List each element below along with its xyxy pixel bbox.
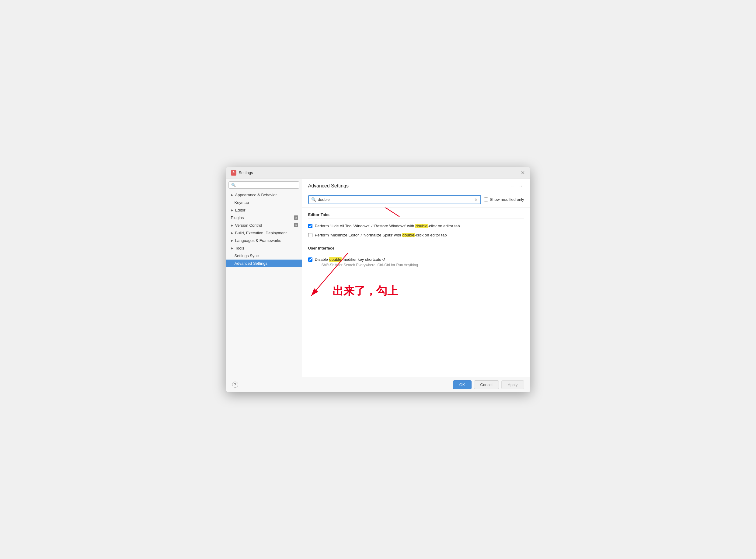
chevron-right-icon: ▶	[231, 239, 233, 242]
sidebar-item-advanced-settings[interactable]: Advanced Settings	[226, 260, 302, 267]
sidebar-label: Tools	[235, 246, 244, 250]
maximize-editor-label: Perform 'Maximize Editor' / 'Normalize S…	[315, 232, 447, 238]
sidebar-label: Keymap	[234, 200, 249, 205]
sidebar-item-appearance-behavior[interactable]: ▶ Appearance & Behavior	[226, 191, 302, 199]
annotation-text-2: 出来了，勾上	[333, 284, 398, 298]
app-icon: P	[231, 170, 236, 176]
sidebar: ▶ Appearance & Behavior Keymap ▶ Editor …	[226, 179, 302, 377]
setting-item-hide-tool-windows: Perform 'Hide All Tool Windows' / 'Resto…	[308, 222, 524, 231]
dialog-body: ▶ Appearance & Behavior Keymap ▶ Editor …	[226, 179, 530, 377]
sidebar-label: Appearance & Behavior	[235, 193, 277, 197]
search-icon: 🔍	[311, 197, 316, 202]
dialog-footer: ? OK Cancel Apply	[226, 377, 530, 392]
close-button[interactable]: ✕	[521, 171, 525, 175]
sidebar-item-tools[interactable]: ▶ Tools	[226, 244, 302, 252]
highlight-double-2: double	[402, 233, 415, 237]
content-header: Advanced Settings ← →	[302, 179, 530, 192]
nav-arrows: ← →	[509, 183, 524, 189]
back-button[interactable]: ←	[509, 183, 516, 189]
sidebar-label: Plugins	[231, 216, 244, 220]
show-modified-checkbox[interactable]	[484, 198, 488, 201]
settings-search-input[interactable]	[318, 197, 473, 202]
window-title: Settings	[239, 171, 253, 175]
disable-double-modifier-description: Shift-Shift for Search Everywhere, Ctrl-…	[322, 263, 418, 267]
content-title: Advanced Settings	[308, 183, 507, 189]
sidebar-item-build-execution[interactable]: ▶ Build, Execution, Deployment	[226, 229, 302, 237]
main-content: Advanced Settings ← → 🔍 ✕ Show modified …	[302, 179, 530, 377]
disable-double-modifier-checkbox[interactable]	[308, 258, 313, 262]
forward-button[interactable]: →	[518, 183, 524, 189]
sidebar-label: Languages & Frameworks	[235, 238, 281, 243]
sidebar-search-container	[228, 181, 299, 189]
plugin-icon: ⊞	[294, 223, 298, 227]
apply-button[interactable]: Apply	[501, 380, 524, 389]
chevron-right-icon: ▶	[231, 224, 233, 227]
sidebar-item-plugins[interactable]: Plugins ⊞	[226, 214, 302, 222]
cancel-button[interactable]: Cancel	[474, 380, 499, 389]
sidebar-item-editor[interactable]: ▶ Editor	[226, 206, 302, 214]
chevron-right-icon: ▶	[231, 193, 233, 197]
hide-tool-windows-checkbox[interactable]	[308, 224, 313, 228]
highlight-double-3: double	[329, 257, 341, 262]
sidebar-label: Advanced Settings	[234, 261, 268, 266]
settings-dialog: P Settings ✕ ▶ Appearance & Behavior Key…	[226, 167, 530, 392]
maximize-editor-checkbox[interactable]	[308, 233, 313, 237]
settings-search-bar: 🔍 ✕	[308, 195, 481, 204]
disable-double-modifier-content: Disable double modifier key shortcuts ↺ …	[315, 257, 418, 267]
user-interface-title: User Interface	[308, 246, 524, 252]
disable-double-modifier-label: Disable double modifier key shortcuts ↺	[315, 257, 386, 262]
sidebar-label: Build, Execution, Deployment	[235, 231, 287, 235]
title-bar: P Settings ✕	[226, 167, 530, 179]
chevron-right-icon: ▶	[231, 246, 233, 250]
sidebar-label: Settings Sync	[234, 253, 259, 258]
ok-button[interactable]: OK	[453, 380, 472, 389]
content-main: Editor Tabs Perform 'Hide All Tool Windo…	[302, 207, 530, 377]
highlight-double-1: double	[415, 224, 428, 228]
sidebar-label: Editor	[235, 208, 246, 213]
setting-item-maximize-editor: Perform 'Maximize Editor' / 'Normalize S…	[308, 231, 524, 240]
editor-tabs-section: Editor Tabs Perform 'Hide All Tool Windo…	[308, 213, 524, 240]
sidebar-item-keymap[interactable]: Keymap	[226, 199, 302, 206]
clear-search-button[interactable]: ✕	[474, 197, 478, 202]
chevron-right-icon: ▶	[231, 231, 233, 234]
show-modified-container: Show modified only	[484, 197, 524, 202]
sidebar-search-input[interactable]	[228, 181, 299, 189]
setting-item-disable-double-modifier: Disable double modifier key shortcuts ↺ …	[308, 255, 524, 269]
sidebar-item-settings-sync[interactable]: Settings Sync	[226, 252, 302, 260]
editor-tabs-title: Editor Tabs	[308, 213, 524, 219]
user-interface-section: User Interface Disable double modifier k…	[308, 246, 524, 269]
sidebar-item-languages-frameworks[interactable]: ▶ Languages & Frameworks	[226, 237, 302, 244]
sidebar-label: Version Control	[235, 223, 262, 228]
help-button[interactable]: ?	[232, 382, 238, 388]
chevron-right-icon: ▶	[231, 208, 233, 212]
plugin-icon: ⊞	[294, 216, 298, 220]
sidebar-item-version-control[interactable]: ▶ Version Control ⊞	[226, 222, 302, 229]
search-bar-row: 🔍 ✕ Show modified only	[302, 192, 530, 207]
hide-tool-windows-label: Perform 'Hide All Tool Windows' / 'Resto…	[315, 223, 460, 229]
show-modified-label[interactable]: Show modified only	[490, 197, 524, 202]
